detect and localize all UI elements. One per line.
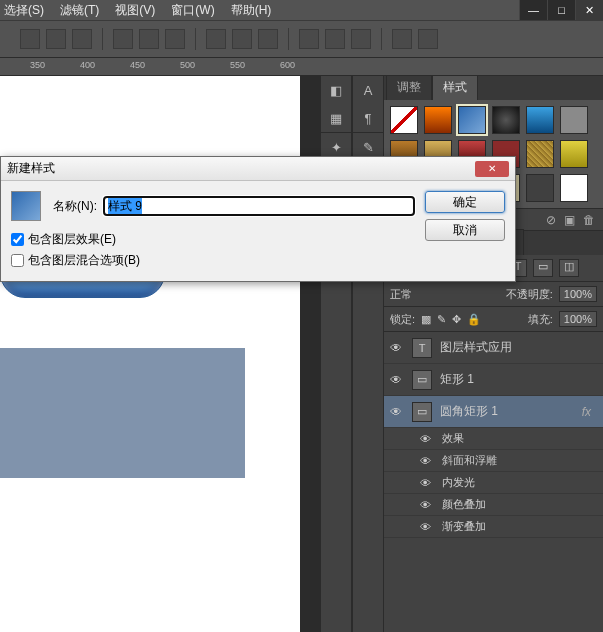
visibility-icon[interactable]: 👁 xyxy=(390,405,404,419)
new-style-dialog: 新建样式 ✕ 名称(N): 包含图层效果(E) 包含图层混合选项(B) 确定 取… xyxy=(0,156,516,282)
new-style-icon[interactable]: ▣ xyxy=(564,213,575,227)
dialog-title: 新建样式 xyxy=(7,160,55,177)
filter-shape-icon[interactable]: ▭ xyxy=(533,259,553,277)
actions-icon[interactable]: ▦ xyxy=(321,104,351,132)
lock-all-icon[interactable]: 🔒 xyxy=(467,313,481,326)
style-swatch[interactable] xyxy=(390,106,418,134)
layer-name[interactable]: 图层样式应用 xyxy=(440,339,512,356)
minimize-button[interactable]: — xyxy=(519,0,547,20)
menu-help[interactable]: 帮助(H) xyxy=(231,2,272,19)
include-effects-checkbox-input[interactable] xyxy=(11,233,24,246)
align-icon[interactable] xyxy=(72,29,92,49)
dialog-titlebar[interactable]: 新建样式 ✕ xyxy=(1,157,515,181)
layer-row[interactable]: 👁 T 图层样式应用 xyxy=(384,332,603,364)
include-effects-checkbox[interactable]: 包含图层效果(E) xyxy=(11,231,415,248)
effect-row[interactable]: 👁 颜色叠加 xyxy=(384,494,603,516)
style-swatch[interactable] xyxy=(458,106,486,134)
effect-row[interactable]: 👁 内发光 xyxy=(384,472,603,494)
lock-pixels-icon[interactable]: ✎ xyxy=(437,313,446,326)
distribute-icon[interactable] xyxy=(232,29,252,49)
style-name-input[interactable] xyxy=(103,196,415,216)
text-layer-icon: T xyxy=(412,338,432,358)
ok-button[interactable]: 确定 xyxy=(425,191,505,213)
break-link-icon[interactable]: ⊘ xyxy=(546,213,556,227)
ruler-tick: 450 xyxy=(130,60,145,70)
layer-row[interactable]: 👁 ▭ 圆角矩形 1 fx xyxy=(384,396,603,428)
layer-name[interactable]: 圆角矩形 1 xyxy=(440,403,498,420)
menu-view[interactable]: 视图(V) xyxy=(115,2,155,19)
checkbox-label: 包含图层效果(E) xyxy=(28,231,116,248)
visibility-icon[interactable]: 👁 xyxy=(390,373,404,387)
distribute-icon[interactable] xyxy=(206,29,226,49)
align-icon[interactable] xyxy=(20,29,40,49)
shape-layer-icon: ▭ xyxy=(412,402,432,422)
style-swatch[interactable] xyxy=(526,106,554,134)
style-swatch[interactable] xyxy=(526,140,554,168)
arrange-icon[interactable] xyxy=(418,29,438,49)
distribute-icon[interactable] xyxy=(325,29,345,49)
trash-icon[interactable]: 🗑 xyxy=(583,213,595,227)
align-icon[interactable] xyxy=(139,29,159,49)
dialog-close-button[interactable]: ✕ xyxy=(475,161,509,177)
opacity-value[interactable]: 100% xyxy=(559,286,597,302)
menu-bar: 选择(S) 滤镜(T) 视图(V) 窗口(W) 帮助(H) xyxy=(0,0,603,20)
effect-row[interactable]: 👁 斜面和浮雕 xyxy=(384,450,603,472)
rect-shape xyxy=(0,348,245,478)
effect-row[interactable]: 👁 渐变叠加 xyxy=(384,516,603,538)
effects-header-row[interactable]: 👁 效果 xyxy=(384,428,603,450)
fill-label: 填充: xyxy=(528,312,553,327)
align-icon[interactable] xyxy=(165,29,185,49)
style-swatch[interactable] xyxy=(526,174,554,202)
close-button[interactable]: ✕ xyxy=(575,0,603,20)
style-swatch[interactable] xyxy=(560,174,588,202)
visibility-icon[interactable]: 👁 xyxy=(420,477,434,489)
blend-opacity-row: 正常 不透明度: 100% xyxy=(384,282,603,307)
lock-position-icon[interactable]: ✥ xyxy=(452,313,461,326)
fill-value[interactable]: 100% xyxy=(559,311,597,327)
lock-fill-row: 锁定: ▩ ✎ ✥ 🔒 填充: 100% xyxy=(384,307,603,332)
layers-panel: 图层 通道 路径 ρ 类型 ≑ ▢ ◐ T ▭ ◫ 正常 不透明度: 100% … xyxy=(384,231,603,632)
lock-transparent-icon[interactable]: ▩ xyxy=(421,313,431,326)
effects-header: 效果 xyxy=(442,431,464,446)
ruler-tick: 500 xyxy=(180,60,195,70)
visibility-icon[interactable]: 👁 xyxy=(420,499,434,511)
layer-row[interactable]: 👁 ▭ 矩形 1 xyxy=(384,364,603,396)
align-icon[interactable] xyxy=(113,29,133,49)
tab-adjustments[interactable]: 调整 xyxy=(386,74,432,100)
effect-name: 颜色叠加 xyxy=(442,497,486,512)
blend-mode-select[interactable]: 正常 xyxy=(390,287,460,302)
style-swatch[interactable] xyxy=(424,106,452,134)
history-icon[interactable]: ◧ xyxy=(321,76,351,104)
tab-styles[interactable]: 样式 xyxy=(432,74,478,100)
menu-window[interactable]: 窗口(W) xyxy=(171,2,214,19)
include-blend-checkbox-input[interactable] xyxy=(11,254,24,267)
cancel-button[interactable]: 取消 xyxy=(425,219,505,241)
filter-smart-icon[interactable]: ◫ xyxy=(559,259,579,277)
window-controls: — □ ✕ xyxy=(519,0,603,20)
distribute-icon[interactable] xyxy=(258,29,278,49)
visibility-icon[interactable]: 👁 xyxy=(420,521,434,533)
character-icon[interactable]: A xyxy=(353,76,383,104)
layer-name[interactable]: 矩形 1 xyxy=(440,371,474,388)
ruler-tick: 550 xyxy=(230,60,245,70)
maximize-button[interactable]: □ xyxy=(547,0,575,20)
distribute-icon[interactable] xyxy=(351,29,371,49)
style-swatch[interactable] xyxy=(560,140,588,168)
fx-badge[interactable]: fx xyxy=(582,405,591,419)
menu-filter[interactable]: 滤镜(T) xyxy=(60,2,99,19)
include-blend-checkbox[interactable]: 包含图层混合选项(B) xyxy=(11,252,415,269)
style-swatch[interactable] xyxy=(560,106,588,134)
ruler-tick: 600 xyxy=(280,60,295,70)
shape-layer-icon: ▭ xyxy=(412,370,432,390)
horizontal-ruler: 350 400 450 500 550 600 xyxy=(0,58,603,76)
visibility-icon[interactable]: 👁 xyxy=(420,433,434,445)
paragraph-icon[interactable]: ¶ xyxy=(353,104,383,132)
visibility-icon[interactable]: 👁 xyxy=(420,455,434,467)
distribute-icon[interactable] xyxy=(299,29,319,49)
visibility-icon[interactable]: 👁 xyxy=(390,341,404,355)
menu-select[interactable]: 选择(S) xyxy=(4,2,44,19)
style-swatch[interactable] xyxy=(492,106,520,134)
align-icon[interactable] xyxy=(46,29,66,49)
arrange-icon[interactable] xyxy=(392,29,412,49)
style-preview-swatch xyxy=(11,191,41,221)
